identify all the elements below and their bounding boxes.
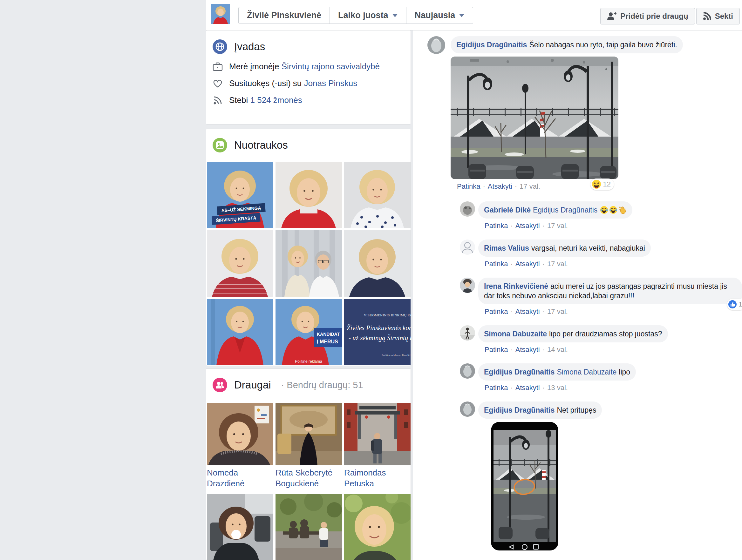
rss-icon xyxy=(213,96,223,105)
add-friend-button[interactable]: Pridėti prie draugų xyxy=(600,8,695,24)
photo-tile-pattern-top[interactable] xyxy=(207,230,273,297)
tab-timeline[interactable]: Laiko juosta xyxy=(329,7,407,24)
profile-tab-bar: Živilė Pinskuvienė Laiko juosta Naujausi… xyxy=(206,0,742,31)
photo-tile-committee-card[interactable]: VISUOMENINIS RINKIMŲ KOMITETAS Živilės P… xyxy=(344,299,411,365)
svg-text:- už sėkmingą Širvintų kraštą: - už sėkmingą Širvintų kraštą xyxy=(349,334,411,342)
comment-author-link[interactable]: Egidijus Dragūnaitis xyxy=(484,368,554,376)
svg-text:VISUOMENINIS RINKIMŲ KOMITETAS: VISUOMENINIS RINKIMŲ KOMITETAS xyxy=(364,314,411,317)
comment-author-link[interactable]: Egidijus Dragūnaitis xyxy=(456,41,527,49)
reply-action[interactable]: Atsakyti xyxy=(516,222,540,230)
like-count: 1 xyxy=(739,299,742,309)
friend-photo-nomeda[interactable] xyxy=(207,403,273,465)
comment-photo-attachment[interactable]: 12 xyxy=(450,57,618,179)
friend-photo-statue[interactable] xyxy=(275,494,342,560)
tab-sort-newest[interactable]: Naujausia xyxy=(406,7,474,24)
spouse-link[interactable]: Jonas Pinskus xyxy=(304,78,358,88)
comment-text: lipo xyxy=(619,368,630,376)
reply-action[interactable]: Atsakyti xyxy=(488,182,512,190)
avatar[interactable] xyxy=(460,325,475,340)
reply-action[interactable]: Atsakyti xyxy=(516,346,540,353)
comment-text: Net pritupęs xyxy=(557,406,596,414)
like-action[interactable]: Patinka xyxy=(485,260,508,268)
like-thumb-icon xyxy=(728,300,737,309)
comment-time[interactable]: 13 val. xyxy=(547,384,568,392)
reply-comment: Egidijus DragūnaitisSimona Dabuzaitelipo… xyxy=(460,363,742,392)
avatar[interactable] xyxy=(460,401,475,417)
intro-relationship-text: Susituokęs (-usi) su Jonas Pinskus xyxy=(229,78,357,88)
like-action[interactable]: Patinka xyxy=(485,384,508,392)
reaction-count: 12 xyxy=(603,180,611,188)
friend-name-link[interactable]: Nomeda Drazdienė xyxy=(207,467,273,489)
reply-action[interactable]: Atsakyti xyxy=(516,384,540,392)
tab-profile-name[interactable]: Živilė Pinskuvienė xyxy=(238,7,330,24)
comment-actions: Patinka·Atsakyti·17 val. xyxy=(485,307,742,316)
like-action[interactable]: Patinka xyxy=(485,346,508,353)
street-scene-photo[interactable] xyxy=(450,57,618,179)
comment-time[interactable]: 17 val. xyxy=(520,182,540,190)
comment-author-link[interactable]: Rimas Valius xyxy=(484,244,529,252)
work-link[interactable]: Širvintų rajono savivaldybė xyxy=(281,62,380,71)
friend-photo-raimondas[interactable] xyxy=(344,403,411,465)
photos-icon xyxy=(213,138,227,153)
comment-time[interactable]: 17 val. xyxy=(547,307,568,316)
replies-thread: Gabrielė DikėEgidijus Dragūnaitis Patink… xyxy=(460,202,742,551)
joy-emoji-icon xyxy=(609,206,618,214)
default-avatar[interactable] xyxy=(460,239,475,255)
comment-time[interactable]: 17 val. xyxy=(547,260,568,268)
reaction-badge[interactable]: 12 xyxy=(590,178,614,190)
reply-comment: Egidijus DragūnaitisNet pritupęs xyxy=(460,401,742,551)
profile-avatar[interactable] xyxy=(211,4,230,24)
photo-tile-floral-blouse[interactable] xyxy=(344,162,411,228)
friends-names: Nomeda Drazdienė Rūta Skeberytė Boguckie… xyxy=(207,467,411,489)
intro-work-text: Merė įmonėje Širvintų rajono savivaldybė xyxy=(229,62,380,71)
comment-top-content: Egidijus DragūnaitisŠėlo nabagas nuo ryt… xyxy=(450,36,683,190)
photo-tile-navy-top[interactable] xyxy=(344,230,411,297)
comment-author-link[interactable]: Gabrielė Dikė xyxy=(484,206,531,214)
avatar[interactable] xyxy=(427,36,445,54)
like-badge[interactable]: 1 xyxy=(727,298,742,310)
mutual-friends-count: · Bendrų draugų: 51 xyxy=(281,380,363,390)
like-action[interactable]: Patinka xyxy=(485,307,508,316)
comment-actions: Patinka·Atsakyti·14 val. xyxy=(485,346,668,354)
photo-tile-candidate[interactable]: KANDIDAT Į MERUS Politinė reklama xyxy=(275,299,342,365)
comment-author-link[interactable]: Irena Rinkevičienė xyxy=(484,282,548,290)
comment-text: vargsai, neturi ka veikti, nabagiukai xyxy=(531,244,645,252)
comment-text: Šėlo nabagas nuo ryto, taip gaila buvo ž… xyxy=(529,41,677,49)
comment-author-link[interactable]: Egidijus Dragūnaitis xyxy=(484,406,554,414)
mention-link[interactable]: Simona Dabuzaite xyxy=(557,368,617,376)
friend-name-link[interactable]: Raimondas Petuska xyxy=(344,467,411,489)
comment-time[interactable]: 14 val. xyxy=(547,346,568,353)
like-action[interactable]: Patinka xyxy=(485,222,508,230)
like-action[interactable]: Patinka xyxy=(457,182,480,190)
comment-bubble: Rimas Valiusvargsai, neturi ka veikti, n… xyxy=(478,239,651,257)
comment-time[interactable]: 17 val. xyxy=(547,222,568,230)
follow-button[interactable]: Sekti xyxy=(696,8,740,24)
photos-grid: AŠ–UŽ SĖKMINGĄ ŠIRVINTŲ KRAŠTĄ xyxy=(207,162,411,365)
chevron-down-icon xyxy=(392,14,398,17)
photo-tile-portrait-red[interactable] xyxy=(275,162,342,228)
photo-tile-campaign[interactable]: AŠ–UŽ SĖKMINGĄ ŠIRVINTŲ KRAŠTĄ xyxy=(207,162,273,228)
photo-tile-couple[interactable] xyxy=(275,230,342,297)
friend-photo-blonde[interactable] xyxy=(344,494,411,560)
photos-title: Nuotraukos xyxy=(234,139,288,151)
briefcase-icon xyxy=(213,62,223,71)
friend-photo-coffee[interactable] xyxy=(207,494,273,560)
followers-link[interactable]: 1 524 žmonės xyxy=(250,95,302,105)
avatar[interactable] xyxy=(460,278,475,293)
avatar[interactable] xyxy=(460,363,475,379)
friend-photo-ruta[interactable] xyxy=(275,403,342,465)
svg-text:Živilės Pinskuvienės komanda: Živilės Pinskuvienės komanda xyxy=(347,324,411,332)
mention-link[interactable]: Egidijus Dragūnaitis xyxy=(533,206,597,214)
sort-label: Naujausia xyxy=(415,10,456,20)
rss-icon xyxy=(703,12,711,20)
comment-author-link[interactable]: Simona Dabuzaite xyxy=(484,330,547,338)
avatar[interactable] xyxy=(460,202,475,217)
comment-actions: Patinka·Atsakyti·13 val. xyxy=(485,384,636,392)
photo-tile-red-blazer[interactable] xyxy=(207,299,273,365)
reply-action[interactable]: Atsakyti xyxy=(516,307,540,316)
intro-followers-text: Stebi 1 524 žmonės xyxy=(229,95,302,105)
phone-screenshot-attachment[interactable] xyxy=(491,422,558,551)
reply-action[interactable]: Atsakyti xyxy=(516,260,540,268)
friends-grid-row1 xyxy=(207,403,411,465)
friend-name-link[interactable]: Rūta Skeberytė Boguckienė xyxy=(275,467,342,489)
